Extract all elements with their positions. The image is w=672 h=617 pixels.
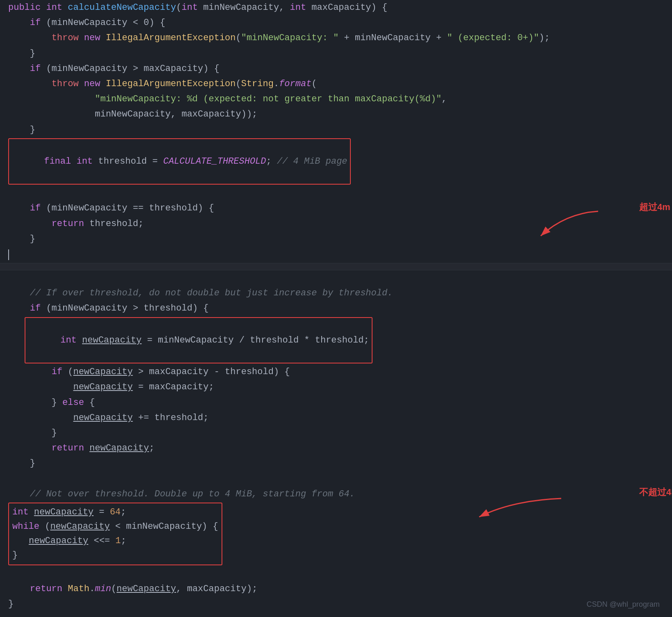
arrow-over4m xyxy=(533,209,615,242)
annotation-under4m-text: 不超过4M 从64字节计算 xyxy=(639,486,672,498)
code-line-comment: // If over threshold, do not double but … xyxy=(0,286,672,301)
code-line: if (minNewCapacity < 0) { xyxy=(0,15,672,30)
var-newcapacity6: newCapacity xyxy=(34,505,94,519)
code-line: } else { xyxy=(0,395,672,410)
var-newcapacity8: newCapacity xyxy=(29,534,88,548)
keyword-int4: int xyxy=(76,156,93,167)
code-line: if (newCapacity > maxCapacity - threshol… xyxy=(0,364,672,379)
code-line: minNewCapacity, maxCapacity)); xyxy=(0,107,672,122)
code-line: throw new IllegalArgumentException(Strin… xyxy=(0,76,672,91)
string-class: String xyxy=(241,77,274,91)
keyword-int: int xyxy=(46,0,62,15)
code-line: newCapacity <<= 1; xyxy=(12,534,218,548)
code-line: newCapacity += threshold; xyxy=(0,410,672,425)
format-method: format xyxy=(279,77,311,91)
code-line-empty3 xyxy=(0,471,672,486)
code-line: } xyxy=(12,548,218,562)
keyword-final: final xyxy=(44,156,71,167)
num-64: 64 xyxy=(110,505,121,519)
var-newcapacity9: newCapacity xyxy=(117,582,176,596)
exception-type2: IllegalArgumentException xyxy=(106,77,236,91)
string-format: "minNewCapacity: %d (expected: not great… xyxy=(95,92,441,106)
exception-type: IllegalArgumentException xyxy=(106,31,236,45)
text-cursor xyxy=(8,249,9,260)
keyword-if3: if xyxy=(30,201,41,215)
keyword-int5: int xyxy=(60,335,77,345)
keyword-throw2: throw xyxy=(52,77,79,91)
keyword-int3: int xyxy=(290,0,306,15)
code-line-return-final: return Math.min(newCapacity, maxCapacity… xyxy=(0,581,672,596)
code-line: throw new IllegalArgumentException("minN… xyxy=(0,30,672,46)
code-line-closing: } xyxy=(0,596,672,612)
code-line-cursor xyxy=(0,247,672,263)
method-name: calculateNewCapacity xyxy=(68,0,176,15)
code-line: return newCapacity; xyxy=(0,441,672,456)
code-line: int newCapacity = 64; xyxy=(12,505,218,519)
code-line-empty xyxy=(0,185,672,201)
var-newcapacity: newCapacity xyxy=(82,335,142,345)
keyword-if4: if xyxy=(30,301,41,315)
keyword-throw: throw xyxy=(52,31,79,45)
code-line: } xyxy=(0,46,672,61)
keyword-new: new xyxy=(84,31,101,45)
keyword-int6: int xyxy=(12,505,29,519)
code-line: } xyxy=(0,425,672,441)
keyword-if5: if xyxy=(52,365,62,379)
constant-name: CALCULATE_THRESHOLD xyxy=(163,156,266,167)
comment-over-threshold: // If over threshold, do not double but … xyxy=(30,286,393,300)
code-line-newcapacity: int newCapacity = minNewCapacity / thres… xyxy=(0,316,672,365)
var-newcapacity3: newCapacity xyxy=(73,380,133,394)
csdn-watermark: CSDN @whl_program xyxy=(587,600,660,609)
code-line-empty2 xyxy=(0,270,672,286)
section-divider xyxy=(0,263,672,270)
string-literal: "minNewCapacity: " xyxy=(241,31,339,45)
comment-4mib: // 4 MiB page xyxy=(277,156,347,167)
code-line: public int calculateNewCapacity(int minN… xyxy=(0,0,672,15)
code-line: if (minNewCapacity > threshold) { xyxy=(0,301,672,316)
var-newcapacity7: newCapacity xyxy=(50,519,110,534)
code-line: } xyxy=(0,122,672,137)
var-newcapacity4: newCapacity xyxy=(73,411,133,425)
code-line: while (newCapacity < minNewCapacity) { xyxy=(12,519,218,534)
keyword-return: return xyxy=(52,217,84,231)
code-line: newCapacity = maxCapacity; xyxy=(0,379,672,395)
comment-not-over: // Not over threshold. Double up to 4 Mi… xyxy=(30,487,355,501)
min-method: min xyxy=(95,582,111,596)
arrow-under4m xyxy=(471,494,574,523)
code-line-threshold: final int threshold = CALCULATE_THRESHOL… xyxy=(0,137,672,186)
code-line-empty4 xyxy=(0,566,672,581)
code-line: "minNewCapacity: %d (expected: not great… xyxy=(0,91,672,107)
keyword-new2: new xyxy=(84,77,101,91)
keyword-public: public xyxy=(8,0,41,15)
annotation-over4m-text: 超过4m xyxy=(639,201,670,213)
var-newcapacity5: newCapacity xyxy=(89,441,149,455)
keyword-return3: return xyxy=(30,582,62,596)
num-1: 1 xyxy=(115,534,121,548)
code-line: if (minNewCapacity > maxCapacity) { xyxy=(0,61,672,76)
keyword-else: else xyxy=(62,395,84,410)
keyword-int2: int xyxy=(181,0,198,15)
code-line: } xyxy=(0,456,672,471)
math-class: Math xyxy=(68,582,89,596)
keyword-return2: return xyxy=(52,441,84,455)
keyword-if: if xyxy=(30,16,41,30)
var-newcapacity2: newCapacity xyxy=(73,365,133,379)
string-literal2: " (expected: 0+)" xyxy=(447,31,539,45)
keyword-while: while xyxy=(12,519,39,534)
keyword-if2: if xyxy=(30,62,41,76)
